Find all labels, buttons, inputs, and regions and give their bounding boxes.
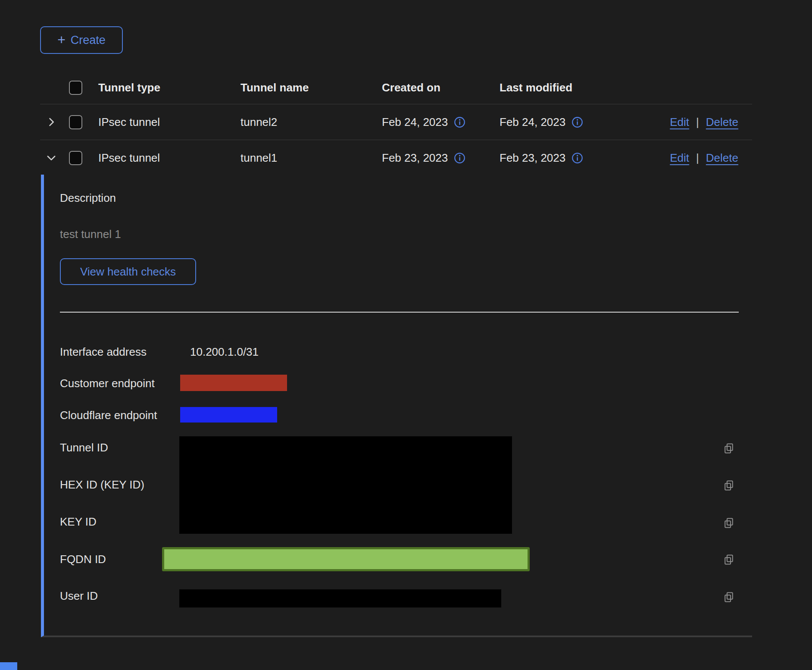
copy-user-id-button[interactable] xyxy=(723,591,735,604)
action-separator: | xyxy=(696,151,699,165)
collapse-row-button[interactable] xyxy=(45,152,57,164)
last-modified-cell: Feb 23, 2023 xyxy=(500,151,565,165)
user-id-redacted-value xyxy=(179,589,501,607)
delete-link[interactable]: Delete xyxy=(706,116,738,129)
tunnel-name-cell: tunnel2 xyxy=(240,116,382,129)
create-button[interactable]: + Create xyxy=(40,26,123,54)
tunnel-detail-panel: Description test tunnel 1 View health ch… xyxy=(41,175,752,637)
customer-endpoint-label: Customer endpoint xyxy=(60,376,155,390)
view-health-checks-button[interactable]: View health checks xyxy=(60,258,196,285)
copy-icon xyxy=(723,554,735,566)
table-header-row: Tunnel type Tunnel name Created on Last … xyxy=(40,72,752,104)
created-on-cell: Feb 24, 2023 xyxy=(382,116,448,129)
action-separator: | xyxy=(696,116,699,129)
chevron-right-icon xyxy=(45,116,57,128)
copy-icon xyxy=(723,479,735,492)
tunnel-type-cell: IPsec tunnel xyxy=(98,151,240,165)
table-row-tunnel2: IPsec tunnel tunnel2 Feb 24, 2023 Feb 24… xyxy=(40,104,752,140)
row-checkbox[interactable] xyxy=(69,115,82,129)
info-icon[interactable] xyxy=(572,152,583,164)
table-row-tunnel1: IPsec tunnel tunnel1 Feb 23, 2023 Feb 23… xyxy=(40,140,752,175)
cloudflare-endpoint-label: Cloudflare endpoint xyxy=(60,408,157,422)
copy-icon xyxy=(723,591,735,603)
info-icon[interactable] xyxy=(454,116,465,128)
created-on-cell: Feb 23, 2023 xyxy=(382,151,448,165)
delete-link[interactable]: Delete xyxy=(706,151,738,165)
tunnel-type-cell: IPsec tunnel xyxy=(98,116,240,129)
edit-link[interactable]: Edit xyxy=(670,151,689,165)
key-id-label: KEY ID xyxy=(60,515,97,529)
copy-icon xyxy=(723,517,735,529)
copy-tunnel-id-button[interactable] xyxy=(723,442,735,456)
hex-id-label: HEX ID (KEY ID) xyxy=(60,478,144,492)
copy-hex-id-button[interactable] xyxy=(723,479,735,493)
info-icon[interactable] xyxy=(454,152,465,164)
cloudflare-endpoint-redacted-value xyxy=(180,407,277,423)
fqdn-id-label: FQDN ID xyxy=(60,552,106,566)
select-all-checkbox[interactable] xyxy=(69,81,82,95)
create-button-label: Create xyxy=(71,34,106,47)
column-header-last-modified: Last modified xyxy=(500,81,616,94)
tunnel-name-cell: tunnel1 xyxy=(240,151,382,165)
info-icon[interactable] xyxy=(572,116,583,128)
row-checkbox[interactable] xyxy=(69,151,82,165)
copy-icon xyxy=(723,442,735,454)
copy-key-id-button[interactable] xyxy=(723,517,735,530)
description-label: Description xyxy=(60,191,116,205)
chevron-down-icon xyxy=(45,152,57,164)
ids-redacted-value xyxy=(179,436,512,534)
column-header-tunnel-type: Tunnel type xyxy=(98,81,240,94)
interface-address-value: 10.200.1.0/31 xyxy=(190,345,259,359)
ipsec-tunnels-page: + Create Tunnel type Tunnel name Created… xyxy=(0,0,812,670)
last-modified-cell: Feb 24, 2023 xyxy=(500,116,565,129)
section-divider xyxy=(60,312,739,313)
fqdn-id-redacted-value xyxy=(162,547,530,571)
bottom-left-accent xyxy=(0,662,17,670)
tunnels-table: Tunnel type Tunnel name Created on Last … xyxy=(40,72,752,175)
interface-address-label: Interface address xyxy=(60,345,147,359)
customer-endpoint-redacted-value xyxy=(180,375,287,391)
user-id-label: User ID xyxy=(60,589,98,603)
column-header-created-on: Created on xyxy=(382,81,500,94)
tunnel-id-label: Tunnel ID xyxy=(60,441,108,454)
column-header-tunnel-name: Tunnel name xyxy=(240,81,382,94)
edit-link[interactable]: Edit xyxy=(670,116,689,129)
plus-icon: + xyxy=(57,33,66,47)
copy-fqdn-id-button[interactable] xyxy=(723,554,735,567)
description-value: test tunnel 1 xyxy=(60,227,121,241)
expand-row-button[interactable] xyxy=(45,116,57,128)
